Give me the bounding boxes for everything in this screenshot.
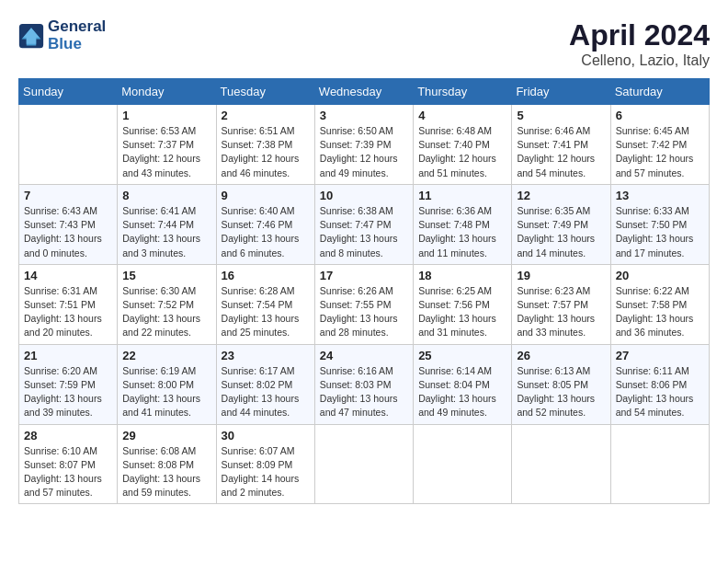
cell-details: Sunrise: 6:14 AM Sunset: 8:04 PM Dayligh… bbox=[418, 364, 506, 420]
cell-details: Sunrise: 6:50 AM Sunset: 7:39 PM Dayligh… bbox=[320, 124, 408, 180]
calendar-cell: 23Sunrise: 6:17 AM Sunset: 8:02 PM Dayli… bbox=[216, 344, 314, 424]
calendar-cell: 14Sunrise: 6:31 AM Sunset: 7:51 PM Dayli… bbox=[19, 264, 118, 344]
page-header: General Blue April 2024 Celleno, Lazio, … bbox=[18, 18, 710, 69]
day-number: 25 bbox=[418, 349, 506, 362]
col-header-monday: Monday bbox=[118, 79, 216, 105]
day-number: 28 bbox=[24, 429, 112, 442]
cell-details: Sunrise: 6:53 AM Sunset: 7:37 PM Dayligh… bbox=[122, 124, 210, 180]
day-number: 18 bbox=[418, 269, 506, 282]
day-number: 7 bbox=[24, 189, 112, 202]
day-number: 1 bbox=[122, 109, 210, 122]
day-number: 21 bbox=[24, 349, 112, 362]
cell-details: Sunrise: 6:17 AM Sunset: 8:02 PM Dayligh… bbox=[222, 364, 310, 420]
cell-details: Sunrise: 6:48 AM Sunset: 7:40 PM Dayligh… bbox=[418, 124, 506, 180]
calendar-cell: 20Sunrise: 6:22 AM Sunset: 7:58 PM Dayli… bbox=[610, 264, 709, 344]
month-title: April 2024 bbox=[569, 18, 710, 52]
calendar-cell bbox=[610, 424, 709, 504]
calendar-week-row: 1Sunrise: 6:53 AM Sunset: 7:37 PM Daylig… bbox=[19, 105, 710, 185]
day-number: 10 bbox=[320, 189, 408, 202]
cell-details: Sunrise: 6:08 AM Sunset: 8:08 PM Dayligh… bbox=[122, 444, 210, 500]
cell-details: Sunrise: 6:51 AM Sunset: 7:38 PM Dayligh… bbox=[222, 124, 310, 180]
cell-details: Sunrise: 6:46 AM Sunset: 7:41 PM Dayligh… bbox=[517, 124, 605, 180]
day-number: 19 bbox=[517, 269, 605, 282]
cell-details: Sunrise: 6:43 AM Sunset: 7:43 PM Dayligh… bbox=[24, 204, 112, 260]
cell-details: Sunrise: 6:07 AM Sunset: 8:09 PM Dayligh… bbox=[222, 444, 310, 500]
calendar-cell: 30Sunrise: 6:07 AM Sunset: 8:09 PM Dayli… bbox=[216, 424, 314, 504]
calendar-cell: 21Sunrise: 6:20 AM Sunset: 7:59 PM Dayli… bbox=[19, 344, 118, 424]
cell-details: Sunrise: 6:35 AM Sunset: 7:49 PM Dayligh… bbox=[517, 204, 605, 260]
col-header-saturday: Saturday bbox=[610, 79, 709, 105]
logo-text: General Blue bbox=[48, 18, 106, 52]
cell-details: Sunrise: 6:38 AM Sunset: 7:47 PM Dayligh… bbox=[320, 204, 408, 260]
calendar-week-row: 21Sunrise: 6:20 AM Sunset: 7:59 PM Dayli… bbox=[19, 344, 710, 424]
calendar-cell bbox=[414, 424, 512, 504]
calendar-cell: 3Sunrise: 6:50 AM Sunset: 7:39 PM Daylig… bbox=[314, 105, 413, 185]
cell-details: Sunrise: 6:30 AM Sunset: 7:52 PM Dayligh… bbox=[122, 284, 210, 340]
cell-details: Sunrise: 6:25 AM Sunset: 7:56 PM Dayligh… bbox=[418, 284, 506, 340]
calendar-cell bbox=[19, 105, 118, 185]
day-number: 6 bbox=[616, 109, 704, 122]
cell-details: Sunrise: 6:16 AM Sunset: 8:03 PM Dayligh… bbox=[320, 364, 408, 420]
calendar-cell: 25Sunrise: 6:14 AM Sunset: 8:04 PM Dayli… bbox=[414, 344, 512, 424]
col-header-wednesday: Wednesday bbox=[314, 79, 413, 105]
cell-details: Sunrise: 6:40 AM Sunset: 7:46 PM Dayligh… bbox=[222, 204, 310, 260]
cell-details: Sunrise: 6:13 AM Sunset: 8:05 PM Dayligh… bbox=[517, 364, 605, 420]
day-number: 26 bbox=[517, 349, 605, 362]
calendar-cell: 11Sunrise: 6:36 AM Sunset: 7:48 PM Dayli… bbox=[414, 184, 512, 264]
calendar-cell: 13Sunrise: 6:33 AM Sunset: 7:50 PM Dayli… bbox=[610, 184, 709, 264]
day-number: 24 bbox=[320, 349, 408, 362]
calendar-cell: 18Sunrise: 6:25 AM Sunset: 7:56 PM Dayli… bbox=[414, 264, 512, 344]
cell-details: Sunrise: 6:33 AM Sunset: 7:50 PM Dayligh… bbox=[616, 204, 704, 260]
calendar-week-row: 14Sunrise: 6:31 AM Sunset: 7:51 PM Dayli… bbox=[19, 264, 710, 344]
day-number: 9 bbox=[222, 189, 310, 202]
calendar-cell: 2Sunrise: 6:51 AM Sunset: 7:38 PM Daylig… bbox=[216, 105, 314, 185]
logo-icon bbox=[18, 23, 44, 49]
calendar-cell: 17Sunrise: 6:26 AM Sunset: 7:55 PM Dayli… bbox=[314, 264, 413, 344]
cell-details: Sunrise: 6:23 AM Sunset: 7:57 PM Dayligh… bbox=[517, 284, 605, 340]
calendar-cell: 15Sunrise: 6:30 AM Sunset: 7:52 PM Dayli… bbox=[118, 264, 216, 344]
day-number: 2 bbox=[222, 109, 310, 122]
calendar-cell: 1Sunrise: 6:53 AM Sunset: 7:37 PM Daylig… bbox=[118, 105, 216, 185]
day-number: 12 bbox=[517, 189, 605, 202]
calendar-cell bbox=[314, 424, 413, 504]
day-number: 15 bbox=[122, 269, 210, 282]
day-number: 11 bbox=[418, 189, 506, 202]
cell-details: Sunrise: 6:28 AM Sunset: 7:54 PM Dayligh… bbox=[222, 284, 310, 340]
day-number: 20 bbox=[616, 269, 704, 282]
calendar-cell: 9Sunrise: 6:40 AM Sunset: 7:46 PM Daylig… bbox=[216, 184, 314, 264]
day-number: 13 bbox=[616, 189, 704, 202]
location: Celleno, Lazio, Italy bbox=[569, 52, 710, 69]
calendar-cell: 12Sunrise: 6:35 AM Sunset: 7:49 PM Dayli… bbox=[512, 184, 610, 264]
calendar-table: SundayMondayTuesdayWednesdayThursdayFrid… bbox=[18, 78, 710, 504]
day-number: 23 bbox=[222, 349, 310, 362]
calendar-week-row: 28Sunrise: 6:10 AM Sunset: 8:07 PM Dayli… bbox=[19, 424, 710, 504]
cell-details: Sunrise: 6:31 AM Sunset: 7:51 PM Dayligh… bbox=[24, 284, 112, 340]
calendar-header-row: SundayMondayTuesdayWednesdayThursdayFrid… bbox=[19, 79, 710, 105]
calendar-cell: 28Sunrise: 6:10 AM Sunset: 8:07 PM Dayli… bbox=[19, 424, 118, 504]
cell-details: Sunrise: 6:36 AM Sunset: 7:48 PM Dayligh… bbox=[418, 204, 506, 260]
calendar-cell: 19Sunrise: 6:23 AM Sunset: 7:57 PM Dayli… bbox=[512, 264, 610, 344]
calendar-cell: 27Sunrise: 6:11 AM Sunset: 8:06 PM Dayli… bbox=[610, 344, 709, 424]
day-number: 17 bbox=[320, 269, 408, 282]
logo: General Blue bbox=[18, 18, 106, 52]
day-number: 14 bbox=[24, 269, 112, 282]
calendar-cell: 10Sunrise: 6:38 AM Sunset: 7:47 PM Dayli… bbox=[314, 184, 413, 264]
calendar-cell: 6Sunrise: 6:45 AM Sunset: 7:42 PM Daylig… bbox=[610, 105, 709, 185]
col-header-sunday: Sunday bbox=[19, 79, 118, 105]
day-number: 22 bbox=[122, 349, 210, 362]
day-number: 8 bbox=[122, 189, 210, 202]
day-number: 29 bbox=[122, 429, 210, 442]
col-header-tuesday: Tuesday bbox=[216, 79, 314, 105]
calendar-cell: 22Sunrise: 6:19 AM Sunset: 8:00 PM Dayli… bbox=[118, 344, 216, 424]
calendar-cell bbox=[512, 424, 610, 504]
calendar-week-row: 7Sunrise: 6:43 AM Sunset: 7:43 PM Daylig… bbox=[19, 184, 710, 264]
col-header-friday: Friday bbox=[512, 79, 610, 105]
calendar-cell: 16Sunrise: 6:28 AM Sunset: 7:54 PM Dayli… bbox=[216, 264, 314, 344]
cell-details: Sunrise: 6:22 AM Sunset: 7:58 PM Dayligh… bbox=[616, 284, 704, 340]
calendar-cell: 29Sunrise: 6:08 AM Sunset: 8:08 PM Dayli… bbox=[118, 424, 216, 504]
calendar-cell: 8Sunrise: 6:41 AM Sunset: 7:44 PM Daylig… bbox=[118, 184, 216, 264]
cell-details: Sunrise: 6:11 AM Sunset: 8:06 PM Dayligh… bbox=[616, 364, 704, 420]
day-number: 27 bbox=[616, 349, 704, 362]
cell-details: Sunrise: 6:10 AM Sunset: 8:07 PM Dayligh… bbox=[24, 444, 112, 500]
day-number: 16 bbox=[222, 269, 310, 282]
